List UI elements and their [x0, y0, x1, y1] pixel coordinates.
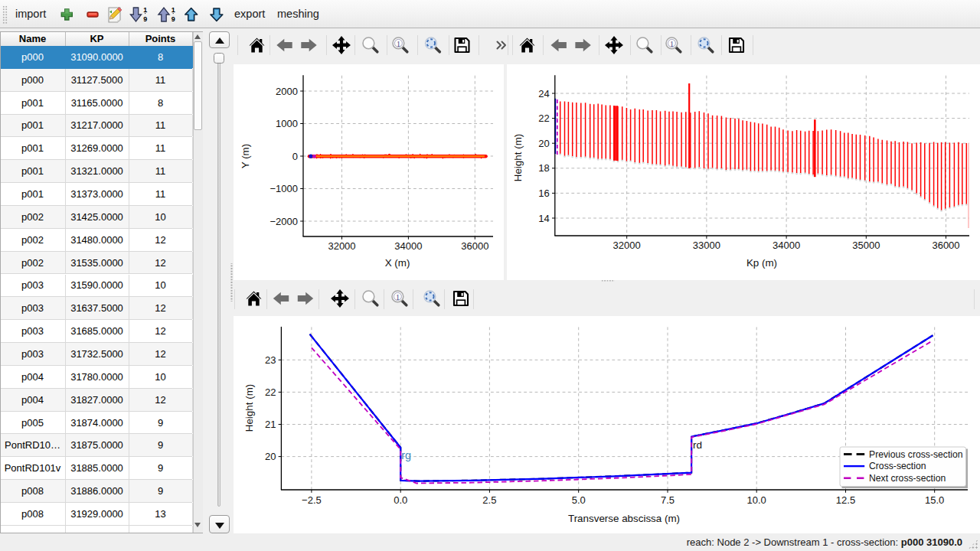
svg-text:1000: 1000 — [276, 118, 298, 129]
svg-text:20: 20 — [265, 451, 276, 462]
svg-text:rg: rg — [401, 449, 411, 461]
svg-text:34000: 34000 — [773, 240, 800, 251]
svg-text:1: 1 — [396, 293, 400, 302]
svg-text:34000: 34000 — [394, 240, 422, 252]
svg-text:Y (m): Y (m) — [240, 144, 251, 168]
svg-text:1: 1 — [143, 6, 147, 14]
svg-text:Next cross-section: Next cross-section — [869, 473, 946, 484]
svg-text:36000: 36000 — [461, 240, 488, 252]
svg-text:2000: 2000 — [276, 86, 298, 97]
svg-text:2.5: 2.5 — [482, 494, 496, 506]
svg-text:22: 22 — [538, 112, 549, 124]
svg-text:rd: rd — [693, 439, 702, 451]
svg-text:0.0: 0.0 — [394, 494, 407, 506]
svg-text:1: 1 — [397, 40, 400, 48]
svg-text:9: 9 — [172, 15, 175, 23]
svg-text:−2.5: −2.5 — [302, 494, 322, 506]
svg-text:1: 1 — [172, 6, 175, 14]
svg-text:36000: 36000 — [932, 240, 959, 251]
svg-text:−1000: −1000 — [270, 183, 298, 194]
svg-text:23: 23 — [265, 354, 276, 366]
svg-text:X (m): X (m) — [385, 257, 410, 269]
svg-text:Transverse abscissa (m): Transverse abscissa (m) — [568, 513, 680, 524]
svg-text:22: 22 — [265, 386, 276, 398]
svg-text:15.0: 15.0 — [925, 494, 944, 506]
svg-text:10.0: 10.0 — [747, 494, 766, 506]
svg-text:5.0: 5.0 — [572, 494, 586, 506]
svg-text:0: 0 — [292, 151, 298, 162]
svg-text:9: 9 — [143, 15, 147, 23]
svg-text:12.5: 12.5 — [836, 494, 855, 506]
svg-text:Cross-section: Cross-section — [869, 461, 926, 471]
svg-text:35000: 35000 — [852, 240, 880, 251]
svg-text:14: 14 — [538, 213, 549, 224]
svg-text:32000: 32000 — [328, 240, 355, 252]
svg-text:Previous cross-section: Previous cross-section — [869, 449, 963, 460]
svg-text:21: 21 — [265, 419, 276, 430]
svg-text:18: 18 — [538, 162, 549, 174]
svg-text:7.5: 7.5 — [661, 494, 675, 506]
svg-text:16: 16 — [538, 187, 549, 199]
svg-text:33000: 33000 — [693, 240, 720, 251]
svg-text:Kp (m): Kp (m) — [746, 257, 777, 269]
svg-text:1: 1 — [670, 40, 674, 48]
svg-text:Height (m): Height (m) — [243, 384, 255, 432]
svg-text:24: 24 — [538, 88, 549, 99]
svg-text:20: 20 — [538, 138, 549, 149]
svg-text:32000: 32000 — [613, 240, 641, 251]
svg-text:−2000: −2000 — [270, 216, 298, 227]
svg-text:Height (m): Height (m) — [512, 134, 524, 182]
